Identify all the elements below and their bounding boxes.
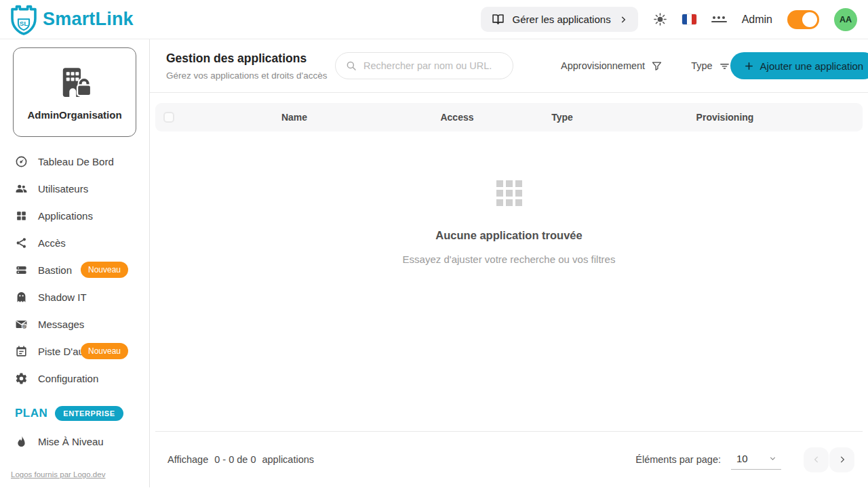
- envelope-at-icon: @: [15, 318, 28, 331]
- column-header-access: Access: [406, 112, 508, 123]
- language-selector[interactable]: [682, 14, 696, 24]
- ghost-icon: [15, 291, 28, 304]
- filter-type-label: Type: [691, 60, 712, 71]
- building-lock-icon: [53, 64, 96, 103]
- audit-journal-icon: [15, 345, 28, 358]
- sidebar-item-label: Accès: [38, 237, 66, 249]
- sidebar-item-applications[interactable]: Applications: [0, 202, 149, 229]
- sidebar: AdminOrganisation Tableau De Bord Utilis…: [0, 39, 150, 487]
- organization-name: AdminOrganisation: [27, 109, 121, 121]
- sidebar-item-messages[interactable]: @ Messages: [0, 310, 149, 338]
- sidebar-item-label: Messages: [38, 319, 84, 330]
- sidebar-nav: Tableau De Bord Utilisateurs Application…: [0, 148, 149, 392]
- gear-icon: [15, 372, 28, 385]
- manage-apps-button[interactable]: Gérer les applications: [481, 7, 638, 32]
- filter-type[interactable]: Type: [691, 60, 730, 72]
- plan-row: PLAN ENTERPRISE: [0, 404, 149, 422]
- search-icon: [345, 60, 357, 72]
- per-page-select[interactable]: 10: [731, 450, 781, 470]
- filter-lines-icon: [719, 60, 730, 72]
- sidebar-item-audit-trail[interactable]: Piste D'audit Nouveau: [0, 338, 149, 365]
- manage-apps-label: Gérer les applications: [513, 14, 611, 25]
- empty-state: Aucune application trouvée Essayez d'aju…: [155, 180, 863, 265]
- sidebar-item-label: Mise À Niveau: [38, 436, 104, 447]
- search-box: [335, 52, 513, 79]
- french-flag-icon: [682, 14, 696, 24]
- sun-icon: [653, 12, 667, 26]
- column-header-name: Name: [182, 112, 406, 123]
- empty-state-title: Aucune application trouvée: [435, 229, 582, 242]
- previous-page-button[interactable]: [804, 447, 829, 472]
- brand-shield-icon: SL: [9, 4, 38, 35]
- column-header-provisioning: Provisioning: [616, 112, 833, 123]
- page-subtitle: Gérez vos applications et droits d'accès: [166, 70, 335, 81]
- next-page-button[interactable]: [829, 447, 854, 472]
- organization-card[interactable]: AdminOrganisation: [13, 47, 136, 137]
- chevron-right-icon: [837, 455, 847, 464]
- sidebar-item-label: Bastion: [38, 264, 72, 276]
- select-all-checkbox[interactable]: [163, 112, 174, 123]
- sidebar-item-dashboard[interactable]: Tableau De Bord: [0, 148, 149, 175]
- ellipsis-menu-icon: [711, 16, 727, 23]
- showing-unit: applications: [262, 454, 314, 465]
- admin-label: Admin: [742, 14, 772, 26]
- plus-icon: [744, 61, 754, 71]
- chevron-left-icon: [812, 455, 821, 464]
- showing-range: 0 - 0 de 0: [214, 454, 256, 465]
- main-header: Gestion des applications Gérez vos appli…: [150, 39, 868, 93]
- apps-grid-icon: [15, 209, 28, 222]
- sidebar-item-users[interactable]: Utilisateurs: [0, 175, 149, 202]
- more-options-button[interactable]: [711, 16, 727, 23]
- book-icon: [491, 12, 505, 26]
- plan-label: PLAN: [15, 407, 47, 420]
- users-icon: [15, 182, 28, 195]
- per-page-label: Éléments par page:: [635, 454, 721, 465]
- user-avatar[interactable]: AA: [834, 8, 857, 31]
- svg-text:@: @: [22, 324, 26, 328]
- table-footer: Affichage 0 - 0 de 0 applications Élémen…: [155, 431, 863, 487]
- sidebar-item-upgrade[interactable]: Mise À Niveau: [0, 428, 149, 455]
- column-header-type: Type: [508, 112, 616, 123]
- svg-text:SL: SL: [20, 19, 28, 26]
- logos-attribution-link[interactable]: Logos fournis par Logo.dev: [11, 470, 105, 479]
- brand[interactable]: SL SmartLink: [9, 4, 134, 35]
- new-badge: Nouveau: [81, 343, 128, 359]
- sidebar-item-access[interactable]: Accès: [0, 229, 149, 256]
- filter-provisioning-label: Approvisionnement: [561, 60, 645, 71]
- main-panel: Gestion des applications Gérez vos appli…: [150, 39, 868, 487]
- search-input[interactable]: [363, 60, 503, 71]
- toggle-knob: [802, 12, 817, 27]
- applications-table-area: Name Access Type Provisioning Aucune app…: [150, 93, 868, 431]
- sidebar-item-bastion[interactable]: Bastion Nouveau: [0, 256, 149, 283]
- add-application-button[interactable]: Ajouter une application: [730, 52, 868, 79]
- dashboard-gauge-icon: [15, 155, 28, 168]
- sidebar-item-label: Shadow IT: [38, 291, 87, 303]
- empty-grid-icon: [496, 180, 522, 206]
- chevron-down-icon: [768, 454, 777, 463]
- topbar: SL SmartLink Gérer les applications: [0, 0, 868, 39]
- sidebar-item-shadow-it[interactable]: Shadow IT: [0, 283, 149, 310]
- new-badge: Nouveau: [81, 262, 128, 278]
- share-nodes-icon: [15, 237, 28, 249]
- filter-provisioning[interactable]: Approvisionnement: [561, 60, 663, 72]
- table-header-row: Name Access Type Provisioning: [155, 103, 863, 131]
- per-page-value: 10: [736, 453, 748, 464]
- chevron-right-icon: [618, 15, 628, 24]
- sidebar-item-label: Applications: [38, 210, 93, 222]
- sidebar-item-label: Configuration: [38, 373, 98, 384]
- page-title: Gestion des applications: [166, 52, 335, 66]
- sidebar-item-label: Tableau De Bord: [38, 156, 114, 167]
- sidebar-item-configuration[interactable]: Configuration: [0, 365, 149, 392]
- sidebar-item-label: Utilisateurs: [38, 183, 88, 195]
- theme-toggle-button[interactable]: [653, 12, 667, 26]
- admin-mode-toggle[interactable]: [787, 10, 819, 29]
- add-application-label: Ajouter une application: [760, 60, 864, 72]
- flame-icon: [15, 435, 28, 448]
- showing-label: Affichage: [167, 454, 208, 465]
- server-icon: [15, 264, 28, 277]
- brand-name: SmartLink: [43, 9, 134, 30]
- plan-badge: ENTERPRISE: [55, 406, 123, 421]
- funnel-icon: [651, 60, 663, 72]
- empty-state-subtitle: Essayez d'ajuster votre recherche ou vos…: [403, 253, 616, 265]
